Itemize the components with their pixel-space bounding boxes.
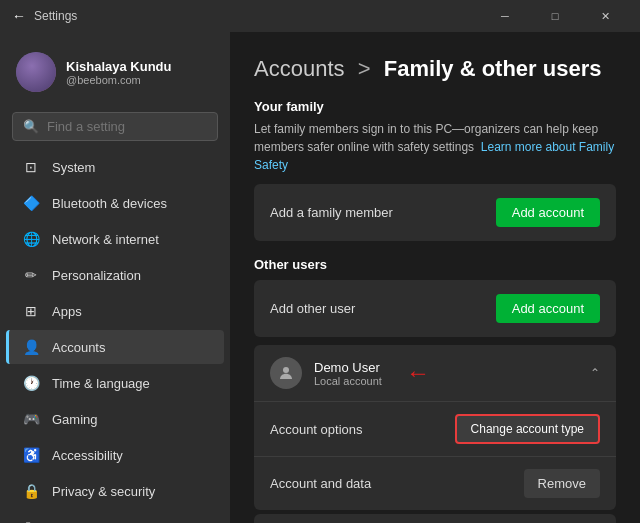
- demo-user-card: Demo User Local account ← ⌃ Account opti…: [254, 345, 616, 510]
- account-options-row: Account options Change account type: [254, 402, 616, 457]
- sidebar-item-apps[interactable]: ⊞ Apps: [6, 294, 224, 328]
- privacy-icon: 🔒: [22, 482, 40, 500]
- back-button[interactable]: ←: [12, 8, 26, 24]
- user-profile[interactable]: Kishalaya Kundu @beebom.com: [0, 40, 230, 104]
- sidebar-item-system[interactable]: ⊡ System: [6, 150, 224, 184]
- sidebar-item-gaming[interactable]: 🎮 Gaming: [6, 402, 224, 436]
- sidebar-item-label: Network & internet: [52, 232, 159, 247]
- breadcrumb-current: Family & other users: [384, 56, 602, 81]
- add-other-user-card: Add other user Add account: [254, 280, 616, 337]
- account-options-label: Account options: [270, 422, 363, 437]
- avatar-image: [16, 52, 56, 92]
- sidebar-item-label: Bluetooth & devices: [52, 196, 167, 211]
- add-family-card: Add a family member Add account: [254, 184, 616, 241]
- network-icon: 🌐: [22, 230, 40, 248]
- add-family-label: Add a family member: [270, 205, 393, 220]
- sidebar-item-bluetooth[interactable]: 🔷 Bluetooth & devices: [6, 186, 224, 220]
- window-controls: ─ □ ✕: [482, 0, 628, 32]
- account-data-row: Account and data Remove: [254, 457, 616, 510]
- sidebar-item-label: Time & language: [52, 376, 150, 391]
- sidebar-item-network[interactable]: 🌐 Network & internet: [6, 222, 224, 256]
- search-input[interactable]: [47, 119, 215, 134]
- demo-user-type: Local account: [314, 375, 382, 387]
- sidebar-item-privacy[interactable]: 🔒 Privacy & security: [6, 474, 224, 508]
- change-account-type-button[interactable]: Change account type: [455, 414, 600, 444]
- minimize-button[interactable]: ─: [482, 0, 528, 32]
- sidebar-item-personalization[interactable]: ✏ Personalization: [6, 258, 224, 292]
- add-other-user-label: Add other user: [270, 301, 355, 316]
- sidebar-item-label: Personalization: [52, 268, 141, 283]
- family-section-title: Your family: [254, 99, 616, 114]
- titlebar-title: Settings: [34, 9, 77, 23]
- sidebar-item-label: Apps: [52, 304, 82, 319]
- sidebar-item-label: Accessibility: [52, 448, 123, 463]
- accessibility-icon: ♿: [22, 446, 40, 464]
- accounts-icon: 👤: [22, 338, 40, 356]
- app-body: Kishalaya Kundu @beebom.com 🔍 ⊡ System 🔷…: [0, 32, 640, 523]
- add-account-button[interactable]: Add account: [496, 198, 600, 227]
- titlebar: ← Settings ─ □ ✕: [0, 0, 640, 32]
- sidebar-item-label: Gaming: [52, 412, 98, 427]
- red-arrow-annotation: ←: [406, 359, 430, 387]
- close-button[interactable]: ✕: [582, 0, 628, 32]
- sidebar-item-label: System: [52, 160, 95, 175]
- sidebar-item-label: Privacy & security: [52, 484, 155, 499]
- sidebar-item-label: Windows Update: [52, 520, 150, 524]
- guest-user-row[interactable]: Guest 999 Administrator · Local account …: [254, 514, 616, 523]
- chevron-up-icon: ⌃: [590, 366, 600, 380]
- search-box[interactable]: 🔍: [12, 112, 218, 141]
- search-icon: 🔍: [23, 119, 39, 134]
- user-name: Kishalaya Kundu: [66, 59, 171, 74]
- personalization-icon: ✏: [22, 266, 40, 284]
- sidebar-item-update[interactable]: ↻ Windows Update: [6, 510, 224, 523]
- other-users-title: Other users: [254, 257, 616, 272]
- breadcrumb-separator: >: [358, 56, 371, 81]
- sidebar-item-accessibility[interactable]: ♿ Accessibility: [6, 438, 224, 472]
- family-description: Let family members sign in to this PC—or…: [254, 120, 616, 174]
- sidebar-item-label: Accounts: [52, 340, 105, 355]
- avatar: [16, 52, 56, 92]
- user-email: @beebom.com: [66, 74, 171, 86]
- system-icon: ⊡: [22, 158, 40, 176]
- breadcrumb-parent: Accounts: [254, 56, 345, 81]
- demo-user-details: Demo User Local account: [314, 360, 382, 387]
- demo-user-info: Demo User Local account ←: [270, 357, 430, 389]
- demo-user-options: Account options Change account type Acco…: [254, 401, 616, 510]
- add-account-other-button[interactable]: Add account: [496, 294, 600, 323]
- apps-icon: ⊞: [22, 302, 40, 320]
- person-icon: [277, 364, 295, 382]
- sidebar: Kishalaya Kundu @beebom.com 🔍 ⊡ System 🔷…: [0, 32, 230, 523]
- breadcrumb: Accounts > Family & other users: [254, 52, 616, 83]
- demo-user-name: Demo User: [314, 360, 382, 375]
- user-info: Kishalaya Kundu @beebom.com: [66, 59, 171, 86]
- demo-user-row[interactable]: Demo User Local account ← ⌃: [254, 345, 616, 401]
- gaming-icon: 🎮: [22, 410, 40, 428]
- time-icon: 🕐: [22, 374, 40, 392]
- demo-user-avatar: [270, 357, 302, 389]
- bluetooth-icon: 🔷: [22, 194, 40, 212]
- update-icon: ↻: [22, 518, 40, 523]
- main-content: Accounts > Family & other users Your fam…: [230, 32, 640, 523]
- maximize-button[interactable]: □: [532, 0, 578, 32]
- svg-point-0: [283, 367, 289, 373]
- account-and-data-label: Account and data: [270, 476, 371, 491]
- sidebar-item-time[interactable]: 🕐 Time & language: [6, 366, 224, 400]
- guest-user-card: Guest 999 Administrator · Local account …: [254, 514, 616, 523]
- remove-button[interactable]: Remove: [524, 469, 600, 498]
- sidebar-item-accounts[interactable]: 👤 Accounts: [6, 330, 224, 364]
